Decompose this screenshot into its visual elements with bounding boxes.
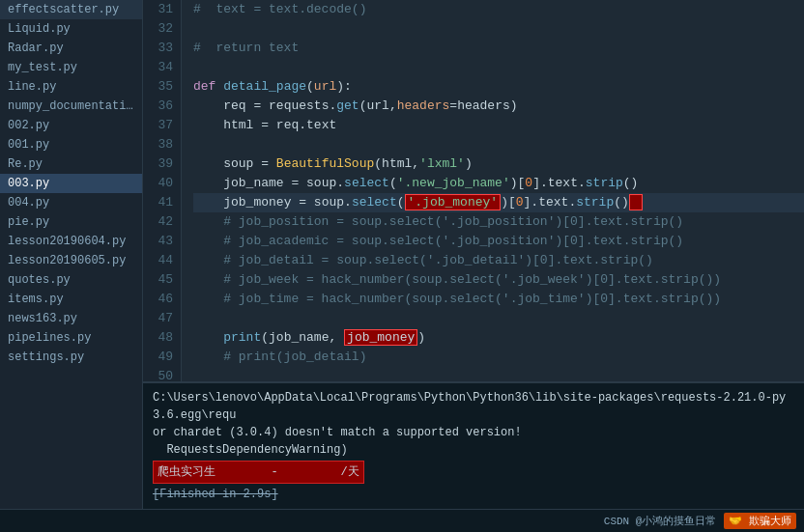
terminal-line: C:\Users\lenovo\AppData\Local\Programs\P… <box>153 389 794 424</box>
line-number: 43 <box>143 232 173 251</box>
terminal-line: RequestsDependencyWarning) <box>153 441 794 459</box>
terminal-line: 爬虫实习生 - /天 <box>153 459 794 486</box>
line-number: 31 <box>143 0 173 19</box>
line-number: 44 <box>143 251 173 270</box>
sidebar-item[interactable]: items.py <box>0 290 142 309</box>
sidebar-item[interactable]: quotes.py <box>0 270 142 290</box>
line-number: 45 <box>143 270 173 290</box>
terminal-line: [Finished in 2.9s] <box>153 486 794 503</box>
line-number: 34 <box>143 58 173 77</box>
editor-area: 3132333435363738394041424344454647484950… <box>143 0 804 509</box>
sidebar-item[interactable]: settings.py <box>0 348 142 367</box>
sidebar-item[interactable]: effectscatter.py <box>0 0 142 19</box>
line-number: 35 <box>143 77 173 97</box>
sidebar-item[interactable]: pie.py <box>0 212 142 232</box>
line-number: 48 <box>143 328 173 348</box>
code-line <box>193 19 804 39</box>
sidebar-item[interactable]: lesson20190604.py <box>0 232 142 251</box>
line-number: 50 <box>143 367 173 381</box>
sidebar-item[interactable]: my_test.py <box>0 58 142 77</box>
code-line: job_name = soup.select('.new_job_name')[… <box>193 174 804 193</box>
line-number: 40 <box>143 174 173 193</box>
sidebar-item[interactable]: 001.py <box>0 135 142 154</box>
line-number: 38 <box>143 135 173 154</box>
line-number: 47 <box>143 309 173 328</box>
code-line: # job_week = hack_number(soup.select('.j… <box>193 270 804 290</box>
code-line: # text = text.decode() <box>193 0 804 19</box>
code-line: # return text <box>193 39 804 58</box>
terminal-line: or chardet (3.0.4) doesn't match a suppo… <box>153 424 794 441</box>
code-line <box>193 135 804 154</box>
main-area: effectscatter.pyLiquid.pyRadar.pymy_test… <box>0 0 804 509</box>
line-number: 41 <box>143 193 173 212</box>
code-line: # job_detail = soup.select('.job_detail'… <box>193 251 804 270</box>
code-line: def detail_page(url): <box>193 77 804 97</box>
sidebar-item[interactable]: 004.py <box>0 193 142 212</box>
line-numbers: 3132333435363738394041424344454647484950… <box>143 0 182 381</box>
code-line: # print(job_detail) <box>193 348 804 367</box>
line-number: 46 <box>143 290 173 309</box>
sidebar-item[interactable]: Liquid.py <box>0 19 142 39</box>
sidebar-item[interactable]: news163.py <box>0 309 142 328</box>
sidebar-item[interactable]: numpy_documentati... <box>0 97 142 116</box>
sidebar-item[interactable]: Radar.py <box>0 39 142 58</box>
sidebar: effectscatter.pyLiquid.pyRadar.pymy_test… <box>0 0 143 509</box>
code-line: req = requests.get(url,headers=headers) <box>193 97 804 116</box>
code-line <box>193 58 804 77</box>
watermark-csdn: CSDN @小鸿的摸鱼日常 <box>604 514 717 528</box>
sidebar-item[interactable]: 003.py <box>0 174 142 193</box>
line-number: 37 <box>143 116 173 135</box>
code-line: soup = BeautifulSoup(html,'lxml') <box>193 154 804 174</box>
line-number: 36 <box>143 97 173 116</box>
code-line: # job_position = soup.select('.job_posit… <box>193 212 804 232</box>
sidebar-item[interactable]: line.py <box>0 77 142 97</box>
code-lines: # text = text.decode()# return textdef d… <box>182 0 804 381</box>
line-number: 33 <box>143 39 173 58</box>
terminal: C:\Users\lenovo\AppData\Local\Programs\P… <box>143 381 804 509</box>
code-content[interactable]: 3132333435363738394041424344454647484950… <box>143 0 804 381</box>
watermark-brand: 🤝 欺骗大师 <box>724 513 796 529</box>
line-number: 49 <box>143 348 173 367</box>
sidebar-item[interactable]: 002.py <box>0 116 142 135</box>
code-line <box>193 309 804 328</box>
watermark-bar: CSDN @小鸿的摸鱼日常 🤝 欺骗大师 <box>0 509 804 532</box>
line-number: 42 <box>143 212 173 232</box>
line-number: 39 <box>143 154 173 174</box>
sidebar-item[interactable]: pipelines.py <box>0 328 142 348</box>
code-line: print(job_name, job_money) <box>193 328 804 348</box>
code-line: # job_time = hack_number(soup.select('.j… <box>193 290 804 309</box>
line-number: 32 <box>143 19 173 39</box>
code-line: # job_academic = soup.select('.job_posit… <box>193 232 804 251</box>
code-line <box>193 367 804 381</box>
code-line: html = req.text <box>193 116 804 135</box>
sidebar-item[interactable]: Re.py <box>0 154 142 174</box>
sidebar-item[interactable]: lesson20190605.py <box>0 251 142 270</box>
code-line: job_money = soup.select('.job_money')[0]… <box>193 193 804 212</box>
